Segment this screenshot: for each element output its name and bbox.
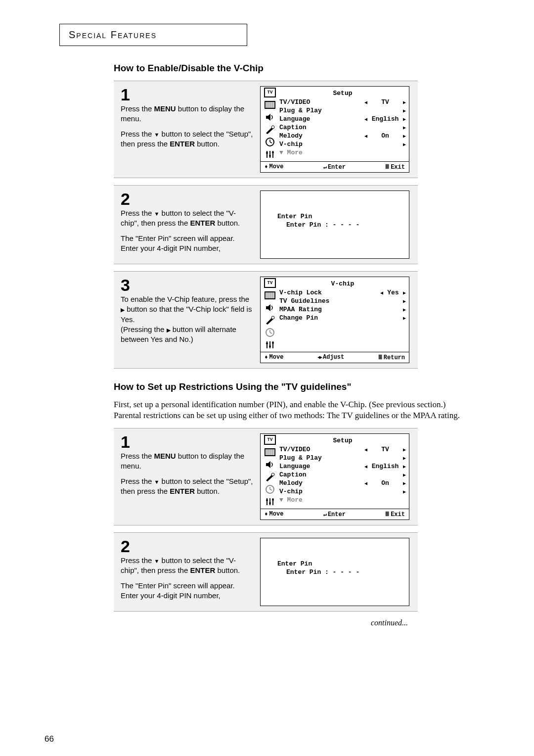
instruction: Press the button to select the "Setup", …	[121, 476, 253, 497]
speaker-icon	[264, 112, 276, 122]
sliders-icon	[264, 497, 276, 507]
step-3-text: 3 To enable the V-Chip feature, press th…	[114, 272, 260, 368]
step-2-text: 2 Press the button to select the "V-chip…	[114, 186, 260, 264]
clock-icon	[264, 484, 276, 494]
picture-icon	[264, 290, 276, 300]
right-arrow-icon	[167, 325, 171, 333]
osd-item: Change Pin	[279, 314, 406, 322]
clock-icon	[264, 137, 276, 147]
right-triangle-icon	[403, 306, 406, 313]
svg-point-14	[266, 152, 268, 154]
tv-icon: TV	[264, 88, 276, 97]
down-arrow-icon	[154, 209, 160, 217]
osd-item: V-chip	[279, 140, 406, 148]
svg-marker-39	[266, 461, 270, 468]
pin-prompt: Enter Pin : - - - -	[277, 568, 399, 576]
osd-footer: Move Enter Exit	[261, 161, 409, 172]
step-number: 2	[121, 190, 253, 207]
step-number: 1	[121, 86, 253, 103]
right-triangle-icon	[403, 463, 406, 470]
right-triangle-icon	[403, 98, 406, 106]
svg-line-27	[270, 332, 272, 333]
step-2-row: 2 Press the button to select the "V-chip…	[114, 185, 418, 264]
s2-step-1-text: 1 Press the MENU button to display the m…	[114, 428, 260, 525]
instruction: Press the MENU button to display the men…	[121, 104, 253, 124]
osd-item: Plug & Play	[279, 106, 406, 115]
osd-more: ▼ More	[279, 496, 406, 504]
footer-move: Move	[265, 511, 283, 518]
svg-point-31	[266, 342, 268, 344]
right-triangle-icon	[403, 488, 406, 495]
right-triangle-icon	[403, 454, 406, 462]
down-arrow-icon	[154, 556, 160, 565]
enter-pin-screen: Enter Pin Enter Pin : - - - -	[261, 191, 409, 258]
instruction: Press the button to select the "Setup", …	[121, 129, 253, 149]
svg-point-16	[272, 151, 274, 153]
instruction: Press the button to select the "V-chip",…	[121, 556, 253, 576]
svg-point-41	[271, 473, 274, 476]
osd-item: Plug & Play	[279, 454, 406, 462]
osd-menu-list: Setup TV/VIDEOTV Plug & Play LanguageEng…	[277, 434, 409, 509]
picture-icon	[264, 447, 276, 457]
s2-step-2-osd: Enter Pin Enter Pin : - - - -	[260, 533, 418, 611]
osd-item: Caption	[279, 471, 406, 479]
svg-marker-22	[266, 304, 270, 311]
right-triangle-icon	[403, 289, 406, 296]
svg-marker-5	[266, 114, 270, 121]
osd-item: LanguageEnglish	[279, 462, 406, 471]
right-triangle-icon	[403, 115, 406, 123]
svg-rect-0	[265, 101, 275, 108]
instruction: Press the button to select the "V-chip",…	[121, 208, 253, 229]
footer-move: Move	[265, 163, 283, 171]
pin-prompt: Enter Pin : - - - -	[277, 221, 399, 229]
osd-screen: Enter Pin Enter Pin : - - - -	[260, 190, 409, 259]
tv-icon: TV	[264, 278, 276, 288]
right-triangle-icon	[403, 124, 406, 131]
sliders-icon	[264, 340, 276, 350]
svg-rect-34	[265, 449, 275, 456]
osd-item: MelodyOn	[279, 132, 406, 140]
step-number: 1	[121, 433, 253, 450]
instruction: (Pressing the button will alternate betw…	[121, 325, 253, 345]
svg-point-33	[272, 342, 274, 344]
right-triangle-icon	[403, 297, 406, 305]
step-1-osd: TV Setup TV/VIDEOTV Plug & Play Language…	[260, 81, 418, 178]
step-2-osd: Enter Pin Enter Pin : - - - -	[260, 186, 418, 264]
right-triangle-icon	[403, 479, 406, 487]
picture-icon	[264, 100, 276, 110]
down-arrow-icon	[154, 130, 160, 138]
instruction: To enable the V-Chip feature, press the …	[121, 294, 253, 325]
osd-title: Setup	[279, 88, 406, 98]
osd-item: TV/VIDEOTV	[279, 445, 406, 454]
down-arrow-icon	[154, 477, 160, 485]
svg-point-50	[272, 499, 274, 501]
speaker-icon	[264, 460, 276, 470]
svg-point-24	[271, 316, 274, 319]
section-header-box: Special Features	[59, 24, 247, 46]
tv-icon: TV	[264, 435, 276, 445]
osd-title: Setup	[279, 435, 406, 445]
footer-adjust: Adjust	[317, 354, 344, 361]
right-triangle-icon	[403, 314, 406, 322]
pin-title: Enter Pin	[277, 560, 399, 567]
svg-point-48	[266, 499, 268, 501]
osd-title: V-chip	[279, 278, 406, 288]
osd-item: TV/VIDEOTV	[279, 98, 406, 106]
footer-exit: Exit	[385, 163, 405, 171]
s2-step-1-osd: TV Setup TV/VIDEOTV Plug & Play Language…	[260, 428, 418, 525]
svg-line-44	[270, 489, 272, 490]
osd-item: V-chip	[279, 487, 406, 496]
svg-point-49	[269, 502, 271, 504]
osd-item: MPAA Rating	[279, 305, 406, 314]
right-triangle-icon	[403, 132, 406, 140]
footer-move: Move	[265, 354, 283, 361]
svg-rect-17	[265, 292, 275, 299]
speaker-icon	[264, 303, 276, 313]
subsection-title-1: How to Enable/Disable the V-Chip	[114, 63, 485, 74]
osd-item: V-chip LockYes	[279, 288, 406, 297]
enter-pin-screen: Enter Pin Enter Pin : - - - -	[261, 538, 409, 606]
osd-item: MelodyOn	[279, 479, 406, 487]
continued-label: continued...	[371, 618, 485, 627]
footer-exit: Exit	[385, 511, 405, 518]
instruction: Press the MENU button to display the men…	[121, 451, 253, 472]
